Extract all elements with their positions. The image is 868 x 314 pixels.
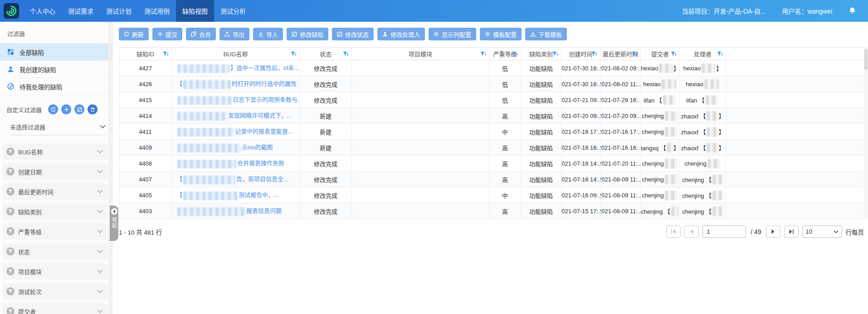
refresh-filter-button[interactable] [48, 104, 58, 114]
bug-name-link[interactable]: 示ios的截图 [176, 142, 273, 152]
chevron-down-icon [97, 249, 103, 255]
toolbar-button-模板配置[interactable]: 模板配置 [480, 28, 522, 40]
custom-filter-select[interactable]: 未选择过滤器 [10, 119, 106, 135]
column-filter-icon[interactable] [163, 51, 168, 57]
column-filter-icon[interactable] [671, 51, 676, 57]
column-filter-icon[interactable] [591, 51, 597, 57]
cell-text: hexiao [643, 81, 660, 88]
nav-item-测试分析[interactable]: 测试分析 [214, 0, 252, 22]
censored-text [671, 206, 678, 216]
filter-field-测试轮次[interactable]: 测试轮次 [3, 283, 107, 299]
table-row[interactable]: 4408合并报表操作失败修改完成高功能缺陷2021-07-16 14:...20… [119, 156, 864, 172]
cell-defect-id: 4414 [119, 108, 172, 123]
sidebar-views: 全部缺陷我创建的缺陷待我处理的缺陷 [0, 44, 112, 95]
table-row[interactable]: 4414发现网络许可模式下，...新建高功能缺陷2021-07-20 09:..… [119, 108, 864, 124]
column-filter-icon[interactable] [343, 51, 348, 57]
edit-filter-button[interactable] [74, 104, 84, 114]
table-scrollbar[interactable] [864, 47, 868, 219]
table-row[interactable]: 4427】选中一次属性后，id未...修改完成低功能缺陷2021-07-30 1… [119, 60, 864, 76]
filter-field-最后更新时间[interactable]: 最后更新时间 [3, 183, 107, 200]
toolbar-button-下载模板[interactable]: 下载模板 [525, 28, 567, 40]
delete-filter-button[interactable] [88, 104, 98, 114]
scrollbar-thumb[interactable] [864, 49, 868, 70]
add-filter-button[interactable] [61, 104, 71, 114]
filter-field-项目模块[interactable]: 项目模块 [3, 263, 107, 280]
cell-text: 测试报告中，... [239, 191, 279, 198]
filter-field-创建日期[interactable]: 创建日期 [3, 163, 107, 180]
cell-updated: 2021-08-09 11:... [600, 172, 641, 187]
toolbar-button-导出[interactable]: 导出 [219, 28, 249, 40]
nav-item-测试需求[interactable]: 测试需求 [62, 0, 100, 22]
table-body: 4427】选中一次属性后，id未...修改完成低功能缺陷2021-07-30 1… [119, 60, 864, 219]
cell-updated: 2021-08-02 11:... [600, 76, 641, 92]
column-filter-icon[interactable] [291, 51, 296, 57]
bug-name-link[interactable]: 发现网络许可模式下，... [176, 111, 292, 120]
nav-item-测试用例[interactable]: 测试用例 [138, 0, 176, 22]
censored-text [707, 127, 717, 137]
next-page-button[interactable] [766, 226, 780, 238]
toolbar-button-导入[interactable]: 导入 [253, 28, 283, 40]
column-filter-icon[interactable] [717, 51, 722, 57]
column-header-缺陷ID: 缺陷ID [119, 48, 172, 60]
column-filter-icon[interactable] [552, 51, 558, 57]
table-row[interactable]: 4405【测试报告中，...修改完成中功能缺陷2021-07-16 09:...… [119, 187, 864, 203]
column-filter-icon[interactable] [512, 51, 517, 57]
table-row[interactable]: 4415日志下显示的用例条数与...修改完成低功能缺陷2021-07-21 09… [119, 92, 864, 108]
bug-name-link[interactable]: 记录中的报表里能查... [176, 127, 293, 136]
cell-handler: hexiao [680, 76, 726, 92]
cell-handler: chenjing 【 [680, 203, 726, 219]
filter-field-状态[interactable]: 状态 [3, 243, 107, 260]
table-row[interactable]: 4403报表信息问题修改完成高功能缺陷2021-07-15 17:...2021… [119, 203, 864, 219]
nav-item-个人中心[interactable]: 个人中心 [24, 0, 62, 22]
filter-field-BUG名称[interactable]: BUG名称 [3, 143, 107, 160]
first-page-button[interactable] [666, 226, 681, 238]
toolbar-button-刷新[interactable]: 刷新 [119, 28, 149, 40]
cell-updated: 2021-07-20 11:... [600, 156, 641, 171]
sidebar-view-label: 全部缺陷 [20, 48, 44, 57]
cell-status: 修改完成 [300, 92, 352, 108]
bug-name-link[interactable]: 【时打开的时行选中的属性 [176, 79, 297, 88]
last-page-button[interactable] [784, 226, 799, 238]
funnel-icon [6, 307, 15, 314]
notification-bell-icon[interactable] [848, 7, 856, 15]
page-size-select[interactable]: 10 [802, 226, 842, 238]
cell-status: 修改完成 [300, 203, 352, 219]
sidebar-scrollbar[interactable] [108, 22, 112, 314]
table-row[interactable]: 4407【告，现项目信息全...修改完成高功能缺陷2021-07-16 14:.… [119, 172, 864, 187]
filter-field-缺陷类别[interactable]: 缺陷类别 [3, 203, 107, 220]
column-filter-icon[interactable] [632, 51, 637, 57]
toolbar-button-提交[interactable]: 提交 [152, 28, 182, 40]
column-filter-icon[interactable] [480, 51, 486, 57]
bug-name-link[interactable]: 】选中一次属性后，id未... [176, 63, 299, 73]
bug-name-link[interactable]: 日志下显示的用例条数与... [176, 95, 300, 104]
toolbar-button-显示列配置[interactable]: 显示列配置 [429, 28, 476, 40]
cell-text: 【 [176, 191, 182, 198]
toolbar-button-修改处理人[interactable]: 修改处理人 [377, 28, 425, 40]
toolbar-button-修改缺陷[interactable]: 修改缺陷 [287, 28, 328, 40]
sidebar-view-我创建的缺陷[interactable]: 我创建的缺陷 [0, 61, 112, 78]
sidebar-view-全部缺陷[interactable]: 全部缺陷 [0, 44, 112, 61]
filter-field-提交者[interactable]: 提交者 [3, 303, 107, 314]
censored-text [177, 96, 232, 105]
toolbar-button-修改状态[interactable]: 修改状态 [332, 28, 374, 40]
bug-name-link[interactable]: 合并报表操作失败 [176, 158, 284, 168]
bug-name-link[interactable]: 【告，现项目信息全... [176, 174, 288, 184]
page-number-input[interactable] [702, 226, 746, 238]
filter-field-严重等级[interactable]: 严重等级 [3, 223, 107, 240]
table-row[interactable]: 4426【时打开的时行选中的属性修改完成低功能缺陷2021-07-30 16:.… [119, 76, 864, 92]
toolbar-button-合并[interactable]: 合并 [186, 28, 216, 40]
nav-item-缺陷视图[interactable]: 缺陷视图 [176, 0, 214, 22]
table-row[interactable]: 4411记录中的报表里能查...新建中功能缺陷2021-07-16 17:...… [119, 124, 864, 140]
bug-name-link[interactable]: 【测试报告中，... [176, 190, 279, 200]
cell-category: 功能缺陷 [521, 203, 561, 219]
nav-item-测试计划[interactable]: 测试计划 [100, 0, 138, 22]
sidebar-view-待我处理的缺陷[interactable]: 待我处理的缺陷 [0, 78, 112, 95]
cell-category: 功能缺陷 [521, 124, 561, 139]
table-row[interactable]: 4409示ios的截图新建高功能缺陷2021-07-16 16:...2021-… [119, 140, 864, 156]
prev-page-button[interactable] [684, 226, 699, 238]
cell-bug-name: 发现网络许可模式下，... [172, 108, 300, 123]
cell-severity: 低 [489, 60, 521, 76]
censored-text [702, 64, 715, 73]
sidebar-collapse-handle[interactable]: 收起 [110, 206, 118, 241]
bug-name-link[interactable]: 报表信息问题 [176, 206, 282, 216]
